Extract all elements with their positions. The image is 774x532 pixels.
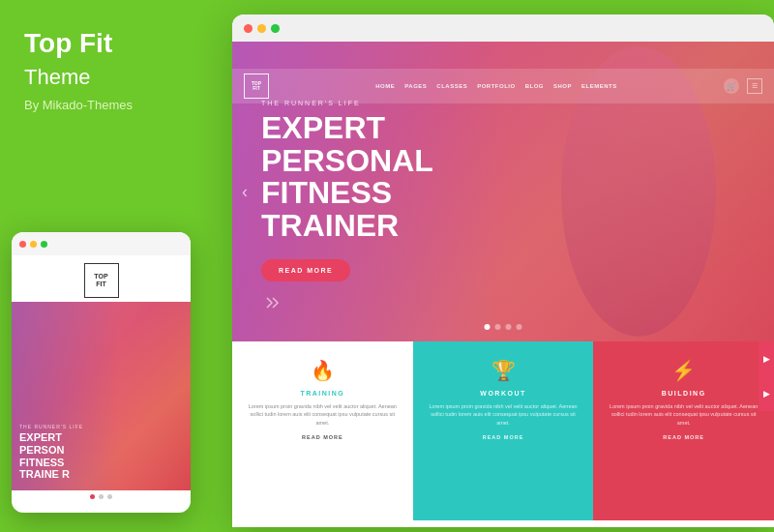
building-text: Lorem ipsum proin gravida nibh vel velit… — [607, 402, 760, 427]
mobile-logo-box: TOP FIT — [84, 263, 119, 298]
theme-author: By Mikado-Themes — [24, 98, 218, 112]
training-read-more[interactable]: READ MORE — [302, 434, 343, 440]
mobile-pg-dot-2 — [99, 494, 104, 499]
desktop-nav: TOP FIT HOME PAGES CLASSES PORTFOLIO BLO… — [232, 69, 774, 103]
workout-icon: 🏆 — [491, 359, 516, 382]
workout-read-more[interactable]: READ MORE — [483, 434, 524, 440]
training-text: Lorem ipsum proin gravida nibh vel velit… — [246, 402, 400, 427]
theme-subtitle: Theme — [24, 65, 218, 90]
desktop-hero: TOP FIT HOME PAGES CLASSES PORTFOLIO BLO… — [232, 42, 774, 341]
desktop-dot-green — [271, 24, 280, 33]
features-row: 🔥 TRAINING Lorem ipsum proin gravida nib… — [232, 341, 774, 520]
mobile-mockup: TOP FIT THE RUNNER'S LIFE EXPERTPERSONFI… — [12, 232, 191, 513]
feature-workout: 🏆 WORKOUT Lorem ipsum proin gravida nibh… — [413, 341, 594, 520]
feature-training: 🔥 TRAINING Lorem ipsum proin gravida nib… — [232, 341, 413, 520]
hero-pg-dot-1 — [485, 324, 491, 330]
left-panel: Top Fit Theme By Mikado-Themes TOP FIT T… — [0, 0, 242, 532]
building-title: BUILDING — [662, 390, 706, 397]
hero-content: THE RUNNER'S LIFE EXPERTPERSONALFITNESST… — [261, 100, 433, 281]
training-icon: 🔥 — [311, 359, 335, 382]
mobile-logo-top: TOP — [94, 273, 107, 281]
mobile-pg-dot-3 — [107, 494, 112, 499]
nav-logo-box: TOP FIT — [244, 74, 269, 99]
mobile-dot-green — [41, 241, 47, 248]
mobile-dot-yellow — [30, 241, 37, 248]
nav-home[interactable]: HOME — [375, 83, 395, 89]
mobile-hero-content: THE RUNNER'S LIFE EXPERTPERSONFITNESSTRA… — [19, 424, 83, 481]
hero-main-title: EXPERTPERSONALFITNESSTRAINER — [261, 112, 433, 242]
nav-logo-bottom: FIT — [253, 86, 260, 92]
building-read-more[interactable]: READ MORE — [663, 434, 704, 440]
mobile-runner-text: THE RUNNER'S LIFE — [19, 424, 83, 429]
training-title: TRAINING — [300, 390, 344, 397]
desktop-dot-red — [244, 24, 253, 33]
hero-read-more-button[interactable]: READ MORE — [261, 259, 350, 281]
desktop-mockup: TOP FIT HOME PAGES CLASSES PORTFOLIO BLO… — [232, 15, 774, 527]
nav-icons: 🛒 ☰ — [724, 78, 762, 94]
mobile-pg-dot-1 — [90, 494, 95, 499]
theme-title: Top Fit — [24, 28, 112, 58]
nav-elements[interactable]: ELEMENTS — [581, 83, 617, 89]
social-icon-2[interactable]: ▶ — [759, 376, 774, 411]
mobile-logo-area: TOP FIT — [12, 255, 191, 302]
nav-portfolio[interactable]: PORTFOLIO — [477, 83, 516, 89]
mobile-dot-red — [19, 241, 26, 248]
nav-blog[interactable]: BLOG — [525, 83, 544, 89]
hero-pg-dot-2 — [495, 324, 501, 330]
mobile-hero: THE RUNNER'S LIFE EXPERTPERSONFITNESSTRA… — [12, 302, 191, 490]
hero-chevron-icon — [265, 296, 284, 312]
nav-pages[interactable]: PAGES — [404, 83, 427, 89]
hero-pagination — [485, 324, 522, 330]
mobile-hero-title: EXPERTPERSONFITNESSTRAINE R — [19, 431, 83, 481]
workout-text: Lorem ipsum proin gravida nibh vel velit… — [427, 402, 580, 427]
building-icon: ⚡ — [671, 359, 696, 382]
mobile-pagination — [12, 490, 191, 503]
hero-prev-arrow[interactable]: ‹ — [242, 182, 248, 202]
nav-classes[interactable]: CLASSES — [436, 83, 467, 89]
hero-pg-dot-4 — [517, 324, 522, 330]
cart-icon[interactable]: 🛒 — [724, 78, 739, 94]
hero-pg-dot-3 — [506, 324, 512, 330]
nav-shop[interactable]: SHOP — [553, 83, 572, 89]
mobile-top-bar — [12, 232, 191, 255]
desktop-dot-yellow — [257, 24, 266, 33]
feature-building: ⚡ BUILDING Lorem ipsum proin gravida nib… — [593, 341, 774, 520]
workout-title: WORKOUT — [480, 390, 525, 397]
social-icon-1[interactable]: ▶ — [759, 341, 774, 376]
menu-icon[interactable]: ☰ — [747, 78, 762, 94]
desktop-top-bar — [232, 15, 774, 42]
mobile-logo-bottom: FIT — [96, 281, 106, 288]
nav-links: HOME PAGES CLASSES PORTFOLIO BLOG SHOP E… — [375, 83, 616, 89]
